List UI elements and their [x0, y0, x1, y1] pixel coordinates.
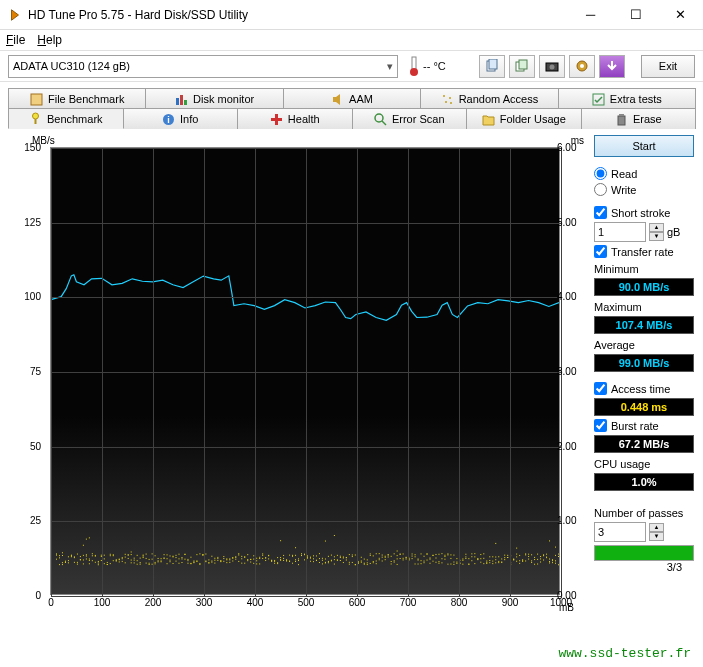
tab-health[interactable]: Health [237, 108, 353, 129]
access-time-checkbox[interactable] [594, 382, 607, 395]
svg-rect-263 [283, 560, 284, 561]
tab-benchmark[interactable]: Benchmark [8, 108, 124, 129]
svg-rect-533 [546, 557, 547, 558]
svg-rect-505 [519, 560, 520, 561]
svg-rect-397 [415, 556, 416, 557]
svg-rect-328 [346, 560, 347, 561]
svg-rect-347 [364, 559, 365, 560]
svg-rect-377 [394, 560, 395, 561]
titlebar: HD Tune Pro 5.75 - Hard Disk/SSD Utility… [0, 0, 703, 30]
svg-rect-96 [119, 559, 120, 560]
tab-file-benchmark[interactable]: File Benchmark [8, 88, 146, 109]
watermark: www.ssd-tester.fr [558, 646, 691, 661]
svg-rect-439 [456, 562, 457, 563]
tabs: File Benchmark Disk monitor AAM Random A… [0, 82, 703, 129]
svg-rect-480 [495, 557, 496, 558]
read-radio-input[interactable] [594, 167, 607, 180]
svg-rect-366 [385, 559, 386, 560]
close-button[interactable]: ✕ [658, 0, 703, 30]
short-stroke-field[interactable] [594, 222, 646, 242]
tab-aam[interactable]: AAM [283, 88, 421, 109]
write-radio-input[interactable] [594, 183, 607, 196]
svg-rect-125 [149, 563, 150, 564]
svg-rect-455 [471, 560, 472, 561]
tab-erase[interactable]: Erase [581, 108, 697, 129]
transfer-rate-check[interactable]: Transfer rate [594, 245, 694, 258]
passes-input[interactable]: ▲▼ [594, 522, 694, 542]
svg-rect-417 [432, 555, 433, 556]
svg-rect-301 [322, 563, 323, 564]
svg-rect-289 [310, 561, 311, 562]
svg-rect-72 [95, 556, 96, 557]
svg-rect-13 [184, 100, 187, 105]
tab-random-access[interactable]: Random Access [420, 88, 558, 109]
svg-rect-428 [444, 555, 445, 556]
svg-rect-10 [31, 94, 42, 105]
svg-rect-438 [453, 555, 454, 556]
tab-info[interactable]: iInfo [123, 108, 239, 129]
disk-monitor-icon [175, 93, 188, 106]
svg-text:i: i [167, 115, 170, 125]
tab-extra-tests[interactable]: Extra tests [558, 88, 696, 109]
svg-rect-172 [193, 562, 194, 563]
svg-rect-123 [146, 558, 147, 559]
transfer-rate-checkbox[interactable] [594, 245, 607, 258]
svg-rect-65 [89, 563, 90, 564]
copy-info-button[interactable] [479, 55, 505, 78]
svg-rect-484 [498, 562, 499, 563]
passes-spin-down[interactable]: ▼ [649, 532, 664, 541]
read-radio[interactable]: Read [594, 167, 694, 180]
svg-rect-203 [226, 559, 227, 560]
svg-rect-362 [379, 559, 380, 560]
svg-rect-378 [397, 558, 398, 559]
tab-disk-monitor[interactable]: Disk monitor [145, 88, 283, 109]
maximize-button[interactable]: ☐ [613, 0, 658, 30]
minimize-button[interactable]: ─ [568, 0, 613, 30]
x-tick: 100 [94, 597, 111, 608]
svg-rect-35 [62, 564, 63, 565]
svg-rect-434 [450, 564, 451, 565]
save-button[interactable] [599, 55, 625, 78]
y-tick-right: 4.00 [557, 291, 581, 302]
tab-folder-usage[interactable]: Folder Usage [466, 108, 582, 129]
spin-up[interactable]: ▲ [649, 223, 664, 232]
spin-down[interactable]: ▼ [649, 232, 664, 241]
svg-rect-239 [262, 553, 263, 554]
svg-rect-151 [173, 556, 174, 557]
x-axis-unit: mB [559, 602, 574, 613]
svg-rect-261 [283, 555, 284, 556]
settings-button[interactable] [569, 55, 595, 78]
short-stroke-checkbox[interactable] [594, 206, 607, 219]
start-button[interactable]: Start [594, 135, 694, 157]
short-stroke-input[interactable]: ▲▼ gB [594, 222, 694, 242]
screenshot-button[interactable] [539, 55, 565, 78]
drive-select[interactable]: ADATA UC310 (124 gB) ▾ [8, 55, 398, 78]
exit-button[interactable]: Exit [641, 55, 695, 78]
menu-help[interactable]: Help [37, 33, 62, 47]
svg-rect-97 [122, 558, 123, 559]
gear-icon [575, 59, 589, 73]
passes-spin-up[interactable]: ▲ [649, 523, 664, 532]
passes-field[interactable] [594, 522, 646, 542]
write-radio[interactable]: Write [594, 183, 694, 196]
menu-file[interactable]: File [6, 33, 25, 47]
burst-rate-checkbox[interactable] [594, 419, 607, 432]
svg-rect-371 [388, 555, 389, 556]
svg-rect-285 [304, 554, 305, 555]
svg-rect-398 [415, 563, 416, 564]
svg-rect-80 [104, 555, 105, 556]
burst-rate-check[interactable]: Burst rate [594, 419, 694, 432]
short-stroke-check[interactable]: Short stroke [594, 206, 694, 219]
svg-rect-293 [313, 558, 314, 559]
svg-rect-352 [370, 553, 371, 554]
svg-rect-141 [164, 554, 165, 555]
svg-rect-316 [334, 564, 335, 565]
y-tick-left: 100 [17, 291, 41, 302]
svg-rect-39 [65, 562, 66, 563]
copy-screenshot-button[interactable] [509, 55, 535, 78]
app-icon [8, 8, 22, 22]
access-time-check[interactable]: Access time [594, 382, 694, 395]
tab-error-scan[interactable]: Error Scan [352, 108, 468, 129]
svg-point-17 [450, 102, 452, 104]
cpu-usage-value: 1.0% [594, 473, 694, 491]
